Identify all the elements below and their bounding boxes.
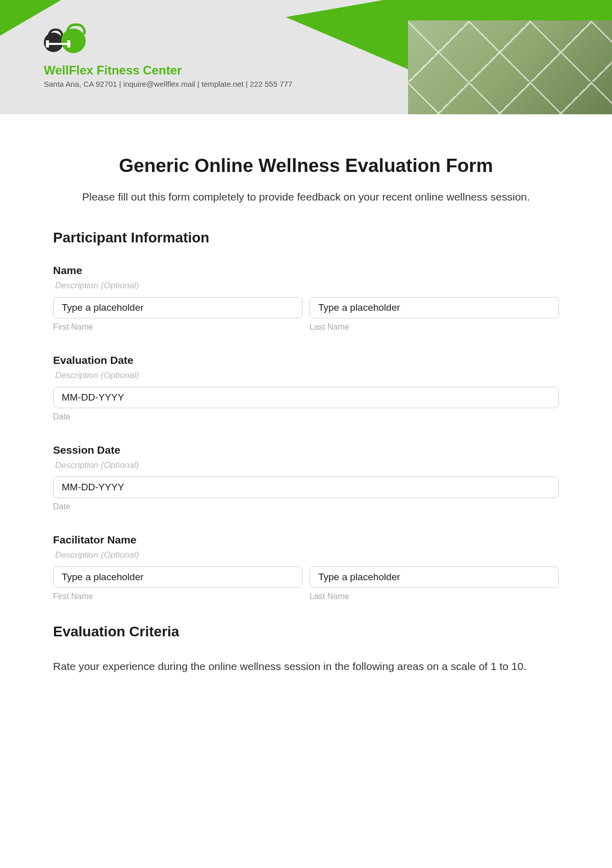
section-criteria-desc: Rate your experience during the online w…	[53, 658, 559, 675]
field-name-label: Name	[53, 264, 559, 277]
field-facilitator-desc: Description (Optional)	[53, 550, 559, 560]
first-name-input[interactable]	[53, 297, 302, 318]
field-facilitator: Facilitator Name Description (Optional) …	[53, 534, 559, 601]
first-name-sublabel: First Name	[53, 323, 302, 332]
field-facilitator-label: Facilitator Name	[53, 534, 559, 546]
header-photo	[408, 20, 612, 114]
eval-date-sublabel: Date	[53, 412, 559, 421]
page-header: WellFlex Fitness Center Santa Ana, CA 92…	[0, 0, 612, 114]
facilitator-first-sublabel: First Name	[53, 592, 302, 601]
facilitator-first-name-input[interactable]	[53, 566, 302, 588]
field-session-date-label: Session Date	[53, 444, 559, 456]
field-name: Name Description (Optional) First Name L…	[53, 264, 559, 332]
section-criteria-title: Evaluation Criteria	[53, 624, 559, 640]
field-eval-date: Evaluation Date Description (Optional) D…	[53, 354, 559, 421]
field-eval-date-label: Evaluation Date	[53, 354, 559, 366]
field-session-date: Session Date Description (Optional) Date	[53, 444, 559, 511]
session-date-sublabel: Date	[53, 502, 559, 511]
page-intro: Please fill out this form completely to …	[53, 189, 559, 205]
last-name-sublabel: Last Name	[310, 323, 559, 332]
brand-block: WellFlex Fitness Center Santa Ana, CA 92…	[44, 29, 292, 88]
eval-date-input[interactable]	[53, 387, 559, 408]
last-name-input[interactable]	[310, 297, 559, 318]
brand-name: WellFlex Fitness Center	[44, 63, 292, 78]
brand-contact: Santa Ana, CA 92701 | inquire@wellflex.m…	[44, 80, 292, 88]
facilitator-last-name-input[interactable]	[310, 566, 559, 588]
section-participant-title: Participant Information	[53, 230, 559, 246]
page-title: Generic Online Wellness Evaluation Form	[53, 155, 559, 177]
facilitator-last-sublabel: Last Name	[310, 592, 559, 601]
field-eval-date-desc: Description (Optional)	[53, 370, 559, 381]
session-date-input[interactable]	[53, 477, 559, 498]
field-session-date-desc: Description (Optional)	[53, 460, 559, 470]
content-area: Generic Online Wellness Evaluation Form …	[0, 114, 612, 695]
field-name-desc: Description (Optional)	[53, 281, 559, 291]
logo-icon	[44, 29, 93, 57]
